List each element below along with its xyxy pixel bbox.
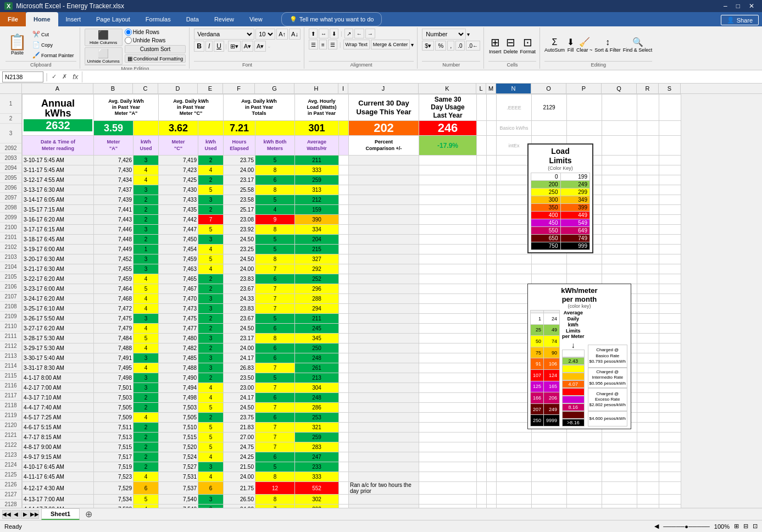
row-num[interactable]: 1 <box>0 94 21 114</box>
fx-btn[interactable]: fx <box>71 73 80 81</box>
col-header-N[interactable]: N <box>496 84 531 93</box>
col-header-L[interactable]: L <box>476 84 486 93</box>
page-break-btn[interactable]: ⊡ <box>753 523 758 530</box>
row-num[interactable]: 2094 <box>0 163 21 173</box>
col-header-O[interactable]: O <box>531 84 566 93</box>
row-num[interactable]: 2095 <box>0 173 21 183</box>
col-header-K[interactable]: K <box>419 84 476 93</box>
row-num[interactable]: 2098 <box>0 203 21 213</box>
align-middle-btn[interactable]: ↔ <box>319 29 329 38</box>
row-num[interactable]: 2092 <box>0 143 21 153</box>
row-num[interactable]: 2097 <box>0 193 21 203</box>
hide-columns-button[interactable]: ⬛ Hide Columns <box>85 29 123 46</box>
formula-input[interactable] <box>85 71 760 82</box>
row-num[interactable]: 3 <box>0 124 21 143</box>
scroll-arrows[interactable]: ◀◀ ◀ ▶ ▶▶ <box>2 510 39 519</box>
normal-view-btn[interactable]: ⊞ <box>734 523 739 530</box>
italic-btn[interactable]: I <box>205 41 213 52</box>
align-left-btn[interactable]: ☰ <box>309 40 318 49</box>
sheet-tab-sheet1[interactable]: Sheet1 <box>41 508 80 520</box>
row-num[interactable]: 2120 <box>0 420 21 430</box>
hide-rows-radio[interactable] <box>125 29 132 36</box>
tell-me[interactable]: 💡 Tell me what you want to do <box>281 12 382 26</box>
tab-view[interactable]: View <box>242 12 270 26</box>
row-num[interactable]: 2113 <box>0 351 21 361</box>
tab-data[interactable]: Data <box>179 12 207 26</box>
row-num[interactable]: 2105 <box>0 272 21 282</box>
row-num[interactable]: 2128 <box>0 500 21 508</box>
col-header-C[interactable]: C <box>133 84 158 93</box>
row-num[interactable]: 2124 <box>0 460 21 470</box>
col-header-J[interactable]: J <box>348 84 419 93</box>
dec-increase-btn[interactable]: .0 <box>455 41 464 51</box>
checkmark-btn[interactable]: ✓ <box>50 73 58 80</box>
dec-decrease-btn[interactable]: .0← <box>466 41 480 51</box>
tab-formulas[interactable]: Formulas <box>138 12 179 26</box>
row-num[interactable]: 2108 <box>0 302 21 312</box>
row-num[interactable]: 2107 <box>0 292 21 302</box>
col-header-M[interactable]: M <box>486 84 496 93</box>
fill-btn[interactable]: ⬇ Fill <box>567 37 574 53</box>
percent-btn[interactable]: % <box>435 41 446 51</box>
borders-btn[interactable]: ⊞▾ <box>228 41 241 52</box>
col-header-F[interactable]: F <box>223 84 255 93</box>
insert-btn[interactable]: ⊞ Insert <box>489 36 502 54</box>
comma-btn[interactable]: , <box>447 41 454 51</box>
number-format-select[interactable]: Number <box>422 29 466 40</box>
orientation-btn[interactable]: ↗ <box>344 29 353 38</box>
wrap-text-btn[interactable]: Wrap Text <box>343 40 370 49</box>
fill-color-btn[interactable]: A▾ <box>242 41 253 52</box>
row-num[interactable]: 2116 <box>0 381 21 391</box>
align-center-btn[interactable]: ≡ <box>319 40 327 49</box>
indent-decrease-btn[interactable]: ← <box>354 29 364 38</box>
row-num[interactable]: 2106 <box>0 282 21 292</box>
col-header-A[interactable]: A <box>22 84 93 93</box>
row-num[interactable]: 2118 <box>0 401 21 411</box>
unhide-columns-button[interactable]: ⬜ Unhide Columns <box>85 47 123 65</box>
row-num[interactable]: 2104 <box>0 262 21 272</box>
merge-center-btn[interactable]: Merge & Center <box>371 40 410 49</box>
align-top-btn[interactable]: ⬆ <box>309 29 318 38</box>
conditional-formatting-button[interactable]: ▦ Conditional Formatting <box>125 54 186 63</box>
add-sheet-btn[interactable]: ⊕ <box>82 509 96 519</box>
tab-insert[interactable]: Insert <box>58 12 89 26</box>
col-header-G[interactable]: G <box>255 84 294 93</box>
row-num[interactable]: 2125 <box>0 470 21 480</box>
row-num[interactable]: 2101 <box>0 232 21 242</box>
find-select-btn[interactable]: 🔍 Find & Select <box>623 37 653 53</box>
increase-font-btn[interactable]: A↑ <box>276 29 288 40</box>
cut-button[interactable]: ✂️Cut <box>30 30 76 39</box>
row-num[interactable]: 2123 <box>0 450 21 460</box>
format-painter-button[interactable]: 🖌️Format Painter <box>30 51 76 60</box>
tab-page-layout[interactable]: Page Layout <box>88 12 138 26</box>
paste-button[interactable]: 📋 Paste <box>5 34 29 57</box>
clear-btn[interactable]: 🧹 Clear ~ <box>576 37 592 53</box>
align-bottom-btn[interactable]: ⬇ <box>330 29 338 38</box>
font-size-select[interactable]: 10 <box>255 29 275 40</box>
row-num[interactable]: 2112 <box>0 341 21 351</box>
currency-btn[interactable]: $▾ <box>422 41 434 51</box>
minimize-btn[interactable]: – <box>720 2 731 10</box>
copy-button[interactable]: 📄Copy <box>30 40 76 49</box>
font-name-select[interactable]: Verdana <box>194 29 254 40</box>
col-header-R[interactable]: R <box>637 84 659 93</box>
row-num[interactable]: 2122 <box>0 440 21 450</box>
bold-btn[interactable]: B <box>194 41 204 52</box>
col-header-I[interactable]: I <box>338 84 348 93</box>
underline-btn[interactable]: U <box>214 41 224 52</box>
zoom-slider[interactable]: ─────●───── <box>663 523 710 530</box>
sort-filter-btn[interactable]: ↕ Sort & Filter <box>594 37 621 53</box>
row-num[interactable]: 2109 <box>0 312 21 322</box>
row-num[interactable]: 2099 <box>0 213 21 223</box>
tab-review[interactable]: Review <box>207 12 242 26</box>
delete-btn[interactable]: ⊟ Delete <box>503 36 518 54</box>
tab-home[interactable]: Home <box>26 12 58 26</box>
close-btn[interactable]: ✕ <box>746 2 758 10</box>
format-btn[interactable]: ⊡ Format <box>520 36 536 54</box>
row-num[interactable]: 2096 <box>0 183 21 193</box>
row-num[interactable]: 2127 <box>0 490 21 500</box>
scroll-left-btn[interactable]: ◀ <box>654 523 659 530</box>
row-num[interactable]: 2102 <box>0 242 21 252</box>
col-header-P[interactable]: P <box>566 84 602 93</box>
row-num[interactable]: 2 <box>0 114 21 124</box>
